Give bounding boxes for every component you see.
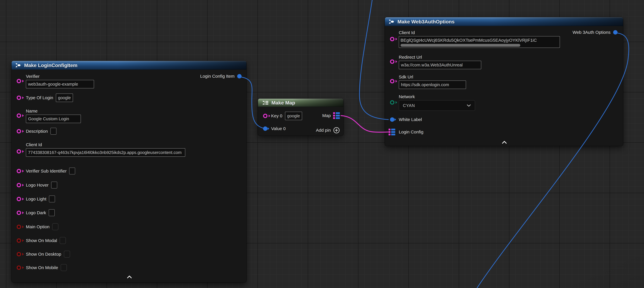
row-logo-dark: Logo Dark xyxy=(12,209,246,216)
show-on-modal-checkbox[interactable] xyxy=(60,237,66,244)
make-map-icon xyxy=(262,100,269,105)
pin-name[interactable] xyxy=(17,113,21,118)
name-label: Name xyxy=(26,109,38,114)
pin-description[interactable] xyxy=(17,129,21,133)
web3-client-id-field[interactable]: BEglQSgt4cUWcj6SKRdu5QkOXTsePmMcusG5EAoy… xyxy=(399,36,560,48)
network-selected-value: CYAN xyxy=(403,103,415,108)
row-type-of-login: Type Of Login google xyxy=(12,94,246,102)
sdk-url-field[interactable]: https://sdk.openlogin.com xyxy=(399,81,466,89)
pin-network[interactable] xyxy=(390,100,394,105)
logo-hover-label: Logo Hover xyxy=(26,183,48,188)
make-struct-icon xyxy=(389,19,394,24)
node-title: Make LoginConfigItem xyxy=(24,63,78,68)
pin-logo-dark[interactable] xyxy=(17,211,21,215)
pin-sdk-url[interactable] xyxy=(390,79,394,83)
show-on-desktop-checkbox[interactable] xyxy=(64,251,70,257)
add-pin-icon[interactable] xyxy=(333,127,340,134)
pin-logo-light[interactable] xyxy=(17,197,21,201)
map-output-label: Map xyxy=(322,113,331,118)
row-name: Name Google Custom Login xyxy=(12,109,246,123)
blueprint-graph-canvas[interactable]: { "colors": { "pin_string": "#df36cd", "… xyxy=(0,0,644,288)
field-horizontal-scrollbar[interactable] xyxy=(400,44,558,47)
pin-web3-client-id[interactable] xyxy=(390,37,394,41)
pin-show-on-desktop[interactable] xyxy=(17,252,21,256)
node-header-make-loginconfigitem[interactable]: Make LoginConfigItem xyxy=(12,61,246,70)
logo-light-label: Logo Light xyxy=(26,196,46,201)
pin-verifier[interactable] xyxy=(17,79,21,83)
row-verifier: Verifier web3auth-google-example xyxy=(12,74,246,88)
node-title: Make Map xyxy=(272,100,295,106)
row-show-on-desktop: Show On Desktop xyxy=(12,251,246,257)
show-on-modal-label: Show On Modal xyxy=(26,238,57,243)
white-label-label: White Label xyxy=(399,117,422,122)
verifier-field[interactable]: web3auth-google-example xyxy=(26,80,94,88)
pin-logo-hover[interactable] xyxy=(17,183,21,187)
row-add-pin: Add pin xyxy=(258,127,343,134)
description-label: Description xyxy=(26,129,48,134)
network-label: Network xyxy=(399,94,415,99)
web3-client-id-label: Client Id xyxy=(399,30,415,35)
pin-white-label[interactable] xyxy=(390,117,394,122)
chevron-up-icon xyxy=(127,275,132,279)
row-redirect-url: Redirect Url w3a://com.w3a.Web3AuthUnrea… xyxy=(385,55,623,69)
pin-main-option[interactable] xyxy=(17,225,21,229)
logo-light-field[interactable] xyxy=(49,195,55,202)
row-logo-hover: Logo Hover xyxy=(12,182,246,188)
node-header-make-web3authoptions[interactable]: Make Web3AuthOptions xyxy=(385,17,623,26)
pin-show-on-mobile[interactable] xyxy=(17,265,21,270)
verifier-sub-identifier-field[interactable] xyxy=(69,168,75,174)
logo-dark-label: Logo Dark xyxy=(26,210,46,215)
redirect-url-label: Redirect Url xyxy=(399,55,422,60)
pin-login-config[interactable] xyxy=(388,129,395,135)
row-show-on-modal: Show On Modal xyxy=(12,237,246,244)
wire-map-out-to-login-config[interactable] xyxy=(341,116,388,132)
show-on-mobile-checkbox[interactable] xyxy=(61,264,67,271)
client-id-field[interactable]: 774338308167-q463s7kpvja16l4l0kko3nb925i… xyxy=(26,148,185,157)
node-title: Make Web3AuthOptions xyxy=(398,19,454,25)
add-pin-label: Add pin xyxy=(316,128,331,133)
row-login-config: Login Config xyxy=(385,129,623,135)
make-struct-icon xyxy=(15,63,21,68)
type-of-login-label: Type Of Login xyxy=(26,95,53,100)
chevron-down-icon xyxy=(466,104,471,107)
type-of-login-field[interactable]: google xyxy=(56,94,73,102)
collapse-node-button[interactable] xyxy=(502,140,507,145)
chevron-up-icon xyxy=(502,140,507,144)
row-description: Description xyxy=(12,128,246,135)
row-web3-client-id: Client Id BEglQSgt4cUWcj6SKRdu5QkOXTsePm… xyxy=(385,30,623,48)
row-main-option: Main Option xyxy=(12,223,246,230)
pin-redirect-url[interactable] xyxy=(390,59,394,64)
pin-show-on-modal[interactable] xyxy=(17,238,21,243)
main-option-label: Main Option xyxy=(26,224,50,229)
row-logo-light: Logo Light xyxy=(12,195,246,202)
sdk-url-label: Sdk Url xyxy=(399,75,413,80)
description-field[interactable] xyxy=(50,128,56,135)
row-white-label: White Label xyxy=(385,117,623,123)
collapse-node-button[interactable] xyxy=(127,275,132,279)
logo-dark-field[interactable] xyxy=(49,209,55,216)
node-header-make-map[interactable]: Make Map xyxy=(258,99,343,107)
name-field[interactable]: Google Custom Login xyxy=(26,115,81,123)
pin-client-id[interactable] xyxy=(17,149,21,154)
logo-hover-field[interactable] xyxy=(51,182,57,188)
redirect-url-field[interactable]: w3a://com.w3a.Web3AuthUnreal xyxy=(399,61,481,69)
network-dropdown[interactable]: CYAN xyxy=(399,100,475,111)
pin-verifier-sub-identifier[interactable] xyxy=(17,169,21,173)
show-on-desktop-label: Show On Desktop xyxy=(26,252,61,257)
client-id-label: Client Id xyxy=(26,142,42,147)
row-client-id: Client Id 774338308167-q463s7kpvja16l4l0… xyxy=(12,142,246,157)
row-verifier-sub-identifier: Verifier Sub Identifier xyxy=(12,168,246,174)
verifier-sub-identifier-label: Verifier Sub Identifier xyxy=(26,169,66,174)
pin-type-of-login[interactable] xyxy=(17,96,21,100)
show-on-mobile-label: Show On Mobile xyxy=(26,265,58,270)
row-map-output: Map xyxy=(258,112,343,119)
scrollbar-thumb[interactable] xyxy=(400,44,520,47)
row-sdk-url: Sdk Url https://sdk.openlogin.com xyxy=(385,75,623,89)
wire-offscreen-top-to-white-label[interactable] xyxy=(360,0,388,120)
node-make-loginconfigitem[interactable]: Make LoginConfigItem Login Config Item V… xyxy=(12,61,246,282)
web3-client-id-value: BEglQSgt4cUWcj6SKRdu5QkOXTsePmMcusG5EAoy… xyxy=(400,37,558,43)
main-option-checkbox[interactable] xyxy=(52,223,58,230)
node-make-map[interactable]: Make Map Key 0 google Value 0 Map Add pi… xyxy=(258,99,343,136)
pin-map-output[interactable] xyxy=(333,112,340,119)
node-make-web3authoptions[interactable]: Make Web3AuthOptions Web 3Auth Options C… xyxy=(385,17,623,146)
